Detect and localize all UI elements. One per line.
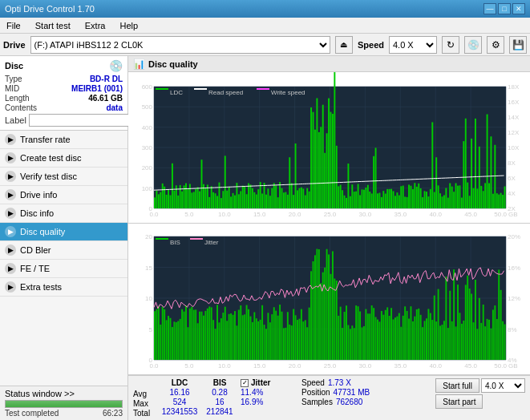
titlebar: Opti Drive Control 1.70 — □ ✕	[0, 0, 530, 18]
drive-label: Drive	[3, 40, 26, 50]
length-label: Length	[5, 94, 30, 103]
stats-panel: Avg Max Total LDC 16.16 524 12341553 BIS	[128, 375, 530, 420]
titlebar-controls: — □ ✕	[483, 3, 525, 14]
jitter-checkbox[interactable]: ✓	[241, 379, 249, 387]
disc-quality-icon: ▶	[5, 226, 16, 237]
nav-item-disc-quality[interactable]: ▶ Disc quality	[0, 223, 127, 241]
verify-test-disc-icon: ▶	[5, 171, 16, 182]
max-label: Max	[133, 399, 156, 408]
menu-extra[interactable]: Extra	[82, 20, 109, 31]
nav-item-disc-info[interactable]: ▶ Disc info	[0, 204, 127, 223]
minimize-button[interactable]: —	[483, 3, 496, 14]
speed-select[interactable]: 4.0 X	[389, 36, 437, 54]
cd-bler-icon: ▶	[5, 244, 16, 256]
progress-bar-container	[5, 400, 123, 408]
position-label: Position	[301, 388, 330, 397]
label-label: Label	[5, 115, 26, 125]
nav-item-fe-te-label: FE / TE	[20, 264, 50, 273]
drive-info-icon: ▶	[5, 189, 16, 200]
save-icon[interactable]: 💾	[509, 36, 527, 54]
disc-icon[interactable]: 💿	[464, 36, 482, 54]
type-value: BD-R DL	[90, 75, 123, 83]
nav-item-disc-info-label: Disc info	[20, 208, 54, 218]
bottom-chart-canvas	[128, 224, 530, 374]
nav-item-verify-test-disc[interactable]: ▶ Verify test disc	[0, 168, 127, 186]
drive-select[interactable]: (F:) ATAPI iHBS112 2 CL0K	[30, 36, 330, 54]
eject-button[interactable]: ⏏	[335, 36, 353, 54]
speed-stat-value: 1.73 X	[328, 378, 351, 387]
nav-item-create-test-disc[interactable]: ▶ Create test disc	[0, 149, 127, 168]
nav-item-cd-bler[interactable]: ▶ CD Bler	[0, 241, 127, 260]
nav-item-extra-tests-label: Extra tests	[20, 282, 62, 292]
status-text: Test completed	[5, 409, 59, 418]
content-area: 📊 Disc quality Avg	[128, 56, 530, 420]
type-label: Type	[5, 75, 22, 83]
ldc-total: 12341553	[159, 407, 200, 416]
disc-info-icon: ▶	[5, 208, 16, 219]
nav-item-extra-tests[interactable]: ▶ Extra tests	[0, 278, 127, 297]
mid-value: MEIRB1 (001)	[71, 84, 123, 93]
disc-panel-icon: 💿	[109, 59, 123, 72]
length-value: 46.61 GB	[88, 94, 123, 103]
ldc-avg: 16.16	[159, 388, 200, 397]
label-input[interactable]	[29, 114, 136, 127]
position-value: 47731 MB	[334, 388, 370, 397]
menu-help[interactable]: Help	[116, 20, 141, 31]
mid-label: MID	[5, 84, 19, 93]
nav-items: ▶ Transfer rate ▶ Create test disc ▶ Ver…	[0, 131, 127, 386]
jitter-max: 16.9%	[241, 398, 297, 406]
nav-item-transfer-rate[interactable]: ▶ Transfer rate	[0, 131, 127, 149]
menu-file[interactable]: File	[3, 20, 24, 31]
start-full-button[interactable]: Start full	[435, 378, 479, 393]
nav-item-disc-quality-label: Disc quality	[20, 227, 65, 236]
nav-item-transfer-rate-label: Transfer rate	[20, 135, 71, 144]
create-test-disc-icon: ▶	[5, 152, 16, 164]
nav-item-fe-te[interactable]: ▶ FE / TE	[0, 260, 127, 278]
nav-item-drive-info-label: Drive info	[20, 190, 57, 200]
ldc-max: 524	[159, 398, 200, 406]
drivebar: Drive (F:) ATAPI iHBS112 2 CL0K ⏏ Speed …	[0, 34, 530, 56]
disc-title: Disc	[5, 61, 23, 71]
nav-item-create-test-disc-label: Create test disc	[20, 153, 81, 163]
samples-label: Samples	[301, 398, 333, 406]
settings-icon[interactable]: ⚙	[487, 36, 504, 54]
close-button[interactable]: ✕	[512, 3, 525, 14]
jitter-header: Jitter	[251, 378, 270, 387]
bottom-chart	[128, 224, 530, 375]
speed-info: Speed 1.73 X Position 47731 MB Samples 7…	[301, 378, 374, 406]
action-buttons: Start full 4.0 X Start part	[435, 378, 525, 409]
disc-panel: Disc 💿 Type BD-R DL MID MEIRB1 (001) Len…	[0, 56, 127, 131]
top-chart-canvas	[128, 72, 530, 223]
bis-avg: 0.28	[204, 388, 236, 397]
maximize-button[interactable]: □	[498, 3, 511, 14]
avg-label: Avg	[133, 390, 156, 398]
progress-bar-fill	[6, 401, 122, 407]
sidebar: Disc 💿 Type BD-R DL MID MEIRB1 (001) Len…	[0, 56, 128, 420]
bis-max: 16	[204, 398, 236, 406]
jitter-total	[241, 407, 297, 418]
menubar: File Start test Extra Help	[0, 18, 530, 34]
samples-value: 762680	[336, 398, 362, 406]
start-part-button[interactable]: Start part	[435, 394, 483, 409]
status-window[interactable]: Status window >> Test completed 66:23	[0, 386, 127, 420]
status-time: 66:23	[103, 409, 123, 418]
transfer-rate-icon: ▶	[5, 134, 16, 145]
charts-area: Avg Max Total LDC 16.16 524 12341553 BIS	[128, 72, 530, 420]
bis-total: 212841	[204, 407, 236, 416]
jitter-avg: 11.4%	[241, 388, 297, 397]
chart-header: 📊 Disc quality	[128, 56, 530, 72]
menu-start-test[interactable]: Start test	[32, 20, 74, 31]
data-table: Avg Max Total LDC 16.16 524 12341553 BIS	[133, 378, 236, 418]
ldc-header: LDC	[159, 378, 200, 387]
speed-dropdown[interactable]: 4.0 X	[481, 378, 525, 393]
fe-te-icon: ▶	[5, 263, 16, 274]
refresh-icon[interactable]: ↻	[442, 36, 459, 54]
nav-item-cd-bler-label: CD Bler	[20, 245, 51, 255]
chart-header-title: Disc quality	[148, 59, 198, 69]
top-chart	[128, 72, 530, 224]
status-window-label: Status window >>	[5, 389, 123, 398]
nav-item-drive-info[interactable]: ▶ Drive info	[0, 186, 127, 204]
speed-stat-label: Speed	[301, 378, 325, 387]
nav-item-verify-test-disc-label: Verify test disc	[20, 172, 77, 181]
app-title: Opti Drive Control 1.70	[5, 4, 95, 14]
